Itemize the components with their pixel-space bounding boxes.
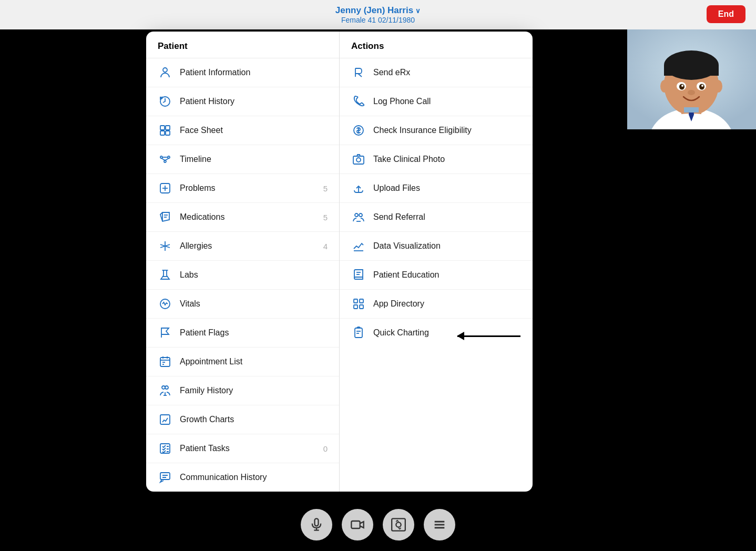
calendar-list-icon [158, 354, 172, 369]
patient-history-label: Patient History [180, 97, 328, 106]
patient-name-header: Jenny (Jen) Harris ∨ Female 41 02/11/198… [335, 5, 421, 24]
microphone-button[interactable] [301, 509, 332, 540]
app-directory-label: App Directory [373, 299, 521, 309]
growth-charts-label: Growth Charts [180, 415, 328, 424]
check-insurance-label: Check Insurance Eligibility [373, 126, 521, 135]
dollar-icon [351, 123, 366, 138]
menu-item-check-insurance[interactable]: Check Insurance Eligibility [340, 116, 533, 145]
send-referral-label: Send Referral [373, 212, 521, 222]
flip-cam-icon [391, 517, 406, 532]
menu-item-app-directory[interactable]: App Directory [340, 290, 533, 319]
doctor-avatar [627, 29, 756, 129]
hamburger-icon [432, 517, 447, 532]
svg-rect-49 [160, 415, 170, 424]
svg-rect-71 [360, 299, 363, 303]
camera-icon [351, 152, 366, 167]
phone-icon [351, 94, 366, 109]
patient-flags-label: Patient Flags [180, 328, 328, 338]
menu-item-appointment-list[interactable]: Appointment List [146, 348, 339, 376]
menu-item-problems[interactable]: Problems 5 [146, 174, 339, 203]
apps-icon [351, 297, 366, 311]
patient-column: Patient Patient Information Patient Hist… [146, 32, 340, 492]
send-erx-label: Send eRx [373, 68, 521, 77]
doctor-photo [627, 29, 756, 129]
log-phone-call-label: Log Phone Call [373, 97, 521, 106]
menu-item-take-clinical-photo[interactable]: Take Clinical Photo [340, 145, 533, 174]
asterisk-icon [158, 239, 172, 253]
flag-icon [158, 325, 172, 340]
svg-point-23 [168, 156, 170, 158]
menu-item-labs[interactable]: Labs [146, 261, 339, 290]
upload-files-label: Upload Files [373, 183, 521, 193]
svg-point-8 [679, 84, 685, 90]
medications-count: 5 [323, 213, 328, 222]
svg-rect-74 [355, 328, 362, 338]
book-icon [351, 268, 366, 282]
chat-icon [158, 470, 172, 485]
svg-line-27 [165, 158, 169, 160]
menu-item-growth-charts[interactable]: Growth Charts [146, 405, 339, 434]
menu-item-vitals[interactable]: Vitals [146, 290, 339, 319]
menu-item-patient-history[interactable]: Patient History [146, 87, 339, 116]
svg-point-13 [660, 80, 669, 93]
menu-item-send-referral[interactable]: Send Referral [340, 203, 533, 232]
bottom-toolbar [301, 509, 455, 540]
menu-item-upload-files[interactable]: Upload Files [340, 174, 533, 203]
chevron-icon: ∨ [415, 7, 421, 15]
svg-point-62 [356, 158, 361, 162]
svg-rect-19 [166, 126, 170, 130]
menu-item-quick-charting[interactable]: Quick Charting [340, 319, 533, 347]
allergies-count: 4 [323, 242, 328, 251]
svg-line-58 [358, 74, 362, 77]
menu-item-data-visualization[interactable]: Data Visualization [340, 232, 533, 261]
svg-rect-80 [351, 521, 360, 528]
menu-item-allergies[interactable]: Allergies 4 [146, 232, 339, 261]
svg-rect-72 [354, 305, 357, 309]
menu-item-patient-flags[interactable]: Patient Flags [146, 319, 339, 348]
take-clinical-photo-label: Take Clinical Photo [373, 155, 521, 164]
svg-point-11 [701, 85, 703, 87]
problems-count: 5 [323, 184, 328, 193]
menu-item-face-sheet[interactable]: Face Sheet [146, 116, 339, 145]
menu-item-send-erx[interactable]: Send eRx [340, 58, 533, 87]
menu-button[interactable] [424, 509, 455, 540]
menu-item-patient-information[interactable]: Patient Information [146, 58, 339, 87]
timeline-label: Timeline [180, 155, 328, 164]
svg-rect-18 [160, 126, 165, 130]
svg-rect-5 [664, 65, 719, 76]
menu-item-patient-tasks[interactable]: Patient Tasks 0 [146, 434, 339, 463]
svg-point-65 [359, 213, 362, 217]
clipboard-icon [351, 325, 366, 340]
camera-button[interactable] [342, 509, 373, 540]
end-button[interactable]: End [707, 5, 745, 23]
svg-point-12 [688, 90, 695, 95]
vitals-label: Vitals [180, 299, 328, 309]
allergies-label: Allergies [180, 241, 323, 251]
svg-point-64 [355, 213, 358, 217]
menu-item-patient-education[interactable]: Patient Education [340, 261, 533, 290]
family-icon [158, 383, 172, 398]
plus-cross-icon [158, 181, 172, 196]
chart-icon [158, 412, 172, 427]
history-icon [158, 94, 172, 109]
menu-item-medications[interactable]: Medications 5 [146, 203, 339, 232]
menu-item-family-history[interactable]: Family History [146, 376, 339, 405]
svg-rect-15 [684, 107, 699, 113]
timeline-icon [158, 152, 172, 167]
svg-rect-73 [360, 305, 363, 309]
patient-name[interactable]: Jenny (Jen) Harris ∨ [335, 5, 421, 16]
menu-item-communication-history[interactable]: Communication History [146, 463, 339, 492]
menu-item-timeline[interactable]: Timeline [146, 145, 339, 174]
arrow-line [457, 335, 520, 337]
patient-education-label: Patient Education [373, 270, 521, 280]
menu-popup: Patient Patient Information Patient Hist… [146, 32, 533, 492]
grid-icon [158, 123, 172, 138]
svg-rect-21 [166, 131, 170, 135]
family-history-label: Family History [180, 386, 328, 395]
communication-history-label: Communication History [180, 473, 328, 482]
patient-information-label: Patient Information [180, 68, 328, 77]
menu-item-log-phone-call[interactable]: Log Phone Call [340, 87, 533, 116]
flip-camera-button[interactable] [383, 509, 414, 540]
person-icon [158, 65, 172, 80]
svg-point-16 [163, 68, 167, 72]
